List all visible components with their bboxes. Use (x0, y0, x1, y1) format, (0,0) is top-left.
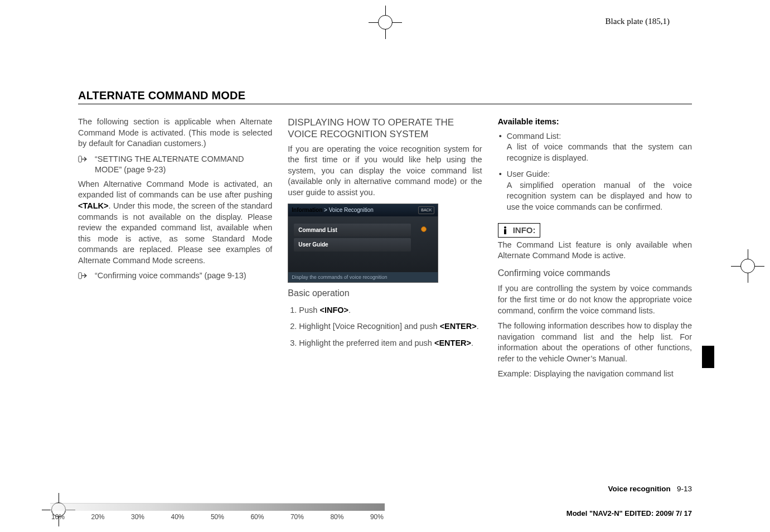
strip-60: 60% (250, 513, 264, 521)
step-3: Highlight the preferred item and push <E… (299, 338, 482, 349)
enter-key: <ENTER> (440, 322, 477, 331)
back-button[interactable]: BACK (418, 206, 434, 214)
col1-p2c: . Under this mode, the screen of the sta… (78, 201, 272, 265)
strip-90: 90% (370, 513, 384, 521)
svg-rect-1 (79, 273, 81, 279)
step3-c: . (471, 338, 473, 347)
page-content: ALTERNATE COMMAND MODE The following sec… (78, 89, 692, 465)
col1-p2a: When Alternative Command Mode is activat… (78, 180, 272, 200)
svg-rect-0 (79, 156, 81, 162)
avail-item-2: User Guide: A simplified operation manua… (498, 169, 692, 212)
hand-pointer-icon (78, 155, 90, 164)
strip-30: 30% (131, 513, 144, 521)
col1-p2: When Alternative Command Mode is activat… (78, 179, 272, 267)
available-items-list: Command List: A list of voice commands t… (498, 131, 692, 213)
strip-70: 70% (290, 513, 304, 521)
col2-subhead: DISPLAYING HOW TO OPERATE THE VOICE RECO… (288, 117, 482, 141)
step3-a: Highlight the preferred item and push (299, 338, 434, 347)
steps-list: Push <INFO>. Highlight [Voice Recognitio… (299, 305, 482, 349)
info-paragraph: The Command List feature is only availab… (498, 240, 692, 262)
ui-screenshot: Information > Voice Recognition BACK Com… (288, 204, 438, 283)
info-callout: INFO: (498, 223, 541, 238)
crop-mark-top (369, 6, 402, 39)
talk-key: <TALK> (78, 201, 109, 210)
strip-10: 10% (51, 513, 65, 521)
page-footer: Voice recognition 9-13 (608, 485, 692, 493)
info-key: <INFO> (319, 306, 348, 315)
avail-item-1: Command List: A list of voice commands t… (498, 131, 692, 164)
footer-section-label: Voice recognition (608, 485, 670, 493)
blackplate-label: Black plate (185,1) (606, 17, 670, 26)
screenshot-title-sub: > Voice Recognition (322, 207, 373, 213)
xref-row-1: “SETTING THE ALTERNATE COMMAND MODE” (pa… (78, 154, 272, 176)
strip-40: 40% (171, 513, 184, 521)
confirm-p2: The following information describes how … (498, 321, 692, 364)
crop-mark-right (731, 249, 764, 283)
chapter-tab (702, 346, 714, 368)
strip-80: 80% (330, 513, 343, 521)
step1-a: Push (299, 306, 319, 315)
column-1: The following section is applicable when… (78, 117, 272, 384)
strip-50: 50% (211, 513, 224, 521)
enter-key-2: <ENTER> (434, 338, 471, 347)
info-label: INFO: (513, 225, 536, 236)
hand-pointer-icon (78, 272, 90, 280)
section-title: ALTERNATE COMMAND MODE (78, 89, 692, 104)
confirm-p3: Example: Displaying the navigation comma… (498, 369, 692, 380)
avail-item-2-title: User Guide: (507, 170, 550, 178)
step-2: Highlight [Voice Recognition] and push <… (299, 321, 482, 332)
screenshot-title-main: Information (292, 207, 322, 213)
confirm-p1: If you are controlling the system by voi… (498, 283, 692, 316)
density-labels: 10% 20% 30% 40% 50% 60% 70% 80% 90% (50, 513, 385, 521)
svg-rect-3 (504, 229, 506, 234)
col1-p1: The following section is applicable when… (78, 117, 272, 149)
column-3: Available items: Command List: A list of… (498, 117, 692, 384)
xref-text-2: “Confirming voice commands” (page 9-13) (95, 270, 272, 282)
step2-a: Highlight [Voice Recognition] and push (299, 322, 439, 331)
avail-item-1-body: A list of voice commands that the system… (507, 142, 692, 162)
basic-operation-heading: Basic operation (288, 287, 482, 299)
step2-c: . (477, 322, 479, 331)
column-2: DISPLAYING HOW TO OPERATE THE VOICE RECO… (288, 117, 482, 384)
menu-item-user-guide[interactable]: User Guide (294, 238, 411, 252)
avail-item-1-title: Command List: (507, 132, 561, 141)
step1-c: . (348, 306, 351, 315)
col2-p1: If you are operating the voice recogniti… (288, 144, 482, 199)
model-edit-line: Model "NAV2-N" EDITED: 2009/ 7/ 17 (566, 509, 692, 518)
xref-text-1: “SETTING THE ALTERNATE COMMAND MODE” (pa… (95, 154, 272, 176)
print-density-strip: 10% 20% 30% 40% 50% 60% 70% 80% 90% (50, 503, 385, 521)
menu-item-command-list[interactable]: Command List (294, 224, 411, 237)
xref-row-2: “Confirming voice commands” (page 9-13) (78, 270, 272, 282)
confirming-heading: Confirming voice commands (498, 267, 692, 279)
screenshot-footer: Display the commands of voice recognitio… (288, 272, 438, 282)
screenshot-titlebar: Information > Voice Recognition BACK (288, 204, 438, 216)
strip-20: 20% (91, 513, 104, 521)
svg-point-2 (504, 226, 506, 229)
avail-item-2-body: A simplified operation manual of the voi… (507, 181, 692, 211)
screenshot-body: Command List User Guide (288, 216, 438, 272)
info-icon (501, 226, 510, 235)
density-bar (50, 503, 385, 511)
page-number: 9-13 (677, 485, 692, 493)
available-items-heading: Available items: (498, 117, 692, 128)
step-1: Push <INFO>. (299, 305, 482, 316)
scroll-indicator-icon (421, 226, 427, 232)
